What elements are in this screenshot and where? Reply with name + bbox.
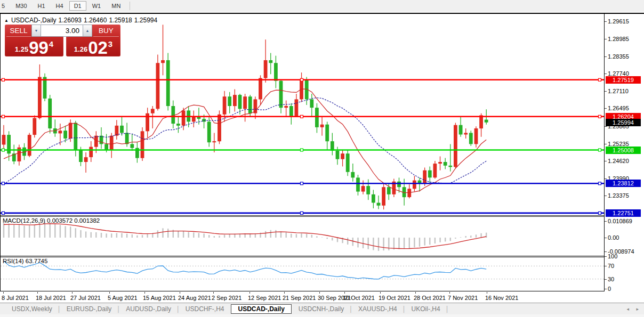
- rsi-canvas[interactable]: [1, 257, 604, 291]
- date-axis-tick: [344, 292, 345, 294]
- price-tag-1.25008: 1.25008: [606, 147, 641, 154]
- buy-price-prefix: 1.26: [74, 45, 87, 53]
- date-axis-tick: [72, 292, 73, 294]
- buy-price: 1.26023: [66, 38, 120, 56]
- price-axis[interactable]: 1.296151.289851.283551.277401.271101.264…: [605, 14, 644, 304]
- tab-separator: │: [117, 306, 120, 312]
- chevron-down-icon: ▼: [35, 29, 38, 32]
- macd-axis-label: 0.010869: [608, 218, 632, 224]
- date-axis-tick: [415, 292, 416, 294]
- price-tag-1.27519: 1.27519: [606, 76, 641, 84]
- macd-pane[interactable]: MACD(12,26,9) 0.003572 0.001382: [1, 217, 604, 256]
- date-axis-label: 18 Jul 2021: [36, 295, 66, 301]
- volume-stepper: ▼ 3.00 ▲: [31, 25, 92, 37]
- date-axis-tick: [284, 292, 285, 294]
- date-axis-label: 27 Jul 2021: [70, 295, 101, 301]
- price-axis-label: 1.28985: [608, 36, 629, 42]
- date-axis-label: 10 Oct 2021: [343, 295, 375, 301]
- date-axis-tick: [319, 292, 320, 294]
- price-tag-1.22751: 1.22751: [606, 209, 641, 217]
- timeframe-button-w1[interactable]: W1: [87, 1, 106, 11]
- date-axis-label: 5 Aug 2021: [108, 295, 138, 301]
- price-tag-1.25994: 1.25994: [606, 119, 641, 126]
- tab-usdchf-h4[interactable]: USDCHF-,H4: [180, 304, 230, 314]
- rsi-axis-label: 0: [608, 286, 611, 292]
- timeframe-button-mn[interactable]: MN: [107, 1, 125, 11]
- buy-price-pip: 3: [108, 39, 112, 48]
- date-axis-label: 15 Aug 2021: [143, 295, 176, 301]
- chart-window: ▲USDCAD-,Daily1.260931.264601.259181.259…: [0, 13, 644, 303]
- tab-scroll-right-icon[interactable]: ▸: [636, 306, 639, 312]
- date-axis-label: 28 Oct 2021: [414, 295, 446, 301]
- date-axis-label: 19 Oct 2021: [379, 295, 410, 301]
- price-axis-label: 1.29615: [608, 18, 629, 25]
- date-axis-label: 12 Sep 2021: [248, 295, 281, 301]
- date-axis-tick: [37, 292, 38, 294]
- tab-separator: │: [58, 306, 61, 312]
- tab-scroll-left-icon[interactable]: ◂: [626, 306, 629, 312]
- rsi-label: RSI(14) 63.7745: [3, 258, 47, 264]
- volume-input[interactable]: 3.00: [41, 25, 83, 37]
- buy-button[interactable]: BUY: [93, 25, 119, 37]
- chart-header: ▲USDCAD-,Daily1.260931.264601.259181.259…: [4, 17, 159, 24]
- tab-usdcnh-daily[interactable]: USDCNH-,Daily: [293, 304, 349, 314]
- tab-ukoil-h4[interactable]: UKOil-,H4: [406, 304, 446, 314]
- rsi-axis-label: 100: [608, 253, 617, 259]
- tab-separator: │: [349, 306, 353, 312]
- sell-price-prefix: 1.25: [15, 45, 28, 53]
- rsi-pane[interactable]: RSI(14) 63.7745: [1, 257, 604, 291]
- price-axis-label: 1.23375: [608, 192, 629, 199]
- tab-usdcad-daily[interactable]: USDCAD-,Daily: [231, 304, 291, 314]
- timeframe-button-5[interactable]: 5: [0, 1, 10, 11]
- macd-label: MACD(12,26,9) 0.003572 0.001382: [3, 217, 100, 224]
- timeframe-button-d1[interactable]: D1: [69, 1, 86, 11]
- chart-frame-bottom: [0, 291, 605, 291]
- collapse-arrow-icon[interactable]: ▲: [4, 18, 9, 23]
- ohlc-close: 1.25994: [134, 17, 157, 24]
- date-axis-tick: [380, 292, 381, 294]
- price-tag-1.23812: 1.23812: [606, 180, 641, 187]
- ohlc-low: 1.25918: [109, 17, 132, 24]
- chart-tab-bar: USDX,Weekly│EURUSD-,Daily│AUDUSD-,Daily│…: [0, 303, 644, 314]
- rsi-axis-label: 70: [608, 263, 614, 269]
- chevron-up-icon: ▲: [86, 29, 90, 32]
- date-axis-tick: [180, 292, 180, 294]
- chart-frame-left: [0, 14, 1, 291]
- date-axis-tick: [3, 292, 4, 294]
- volume-increase-button[interactable]: ▲: [83, 25, 92, 37]
- main-chart-pane[interactable]: ▲USDCAD-,Daily1.260931.264601.259181.259…: [1, 15, 604, 215]
- date-axis-tick: [249, 292, 250, 294]
- date-axis-label: 7 Nov 2021: [448, 295, 478, 301]
- tab-audusd-daily[interactable]: AUDUSD-,Daily: [120, 304, 176, 314]
- rsi-axis-label: 30: [608, 276, 614, 282]
- date-axis-tick: [109, 292, 110, 294]
- timeframe-button-h1[interactable]: H1: [33, 1, 50, 11]
- ohlc-high: 1.26460: [84, 17, 107, 24]
- date-axis-tick: [213, 292, 214, 294]
- tab-eurusd-daily[interactable]: EURUSD-,Daily: [61, 304, 117, 314]
- date-axis-tick: [449, 292, 450, 294]
- macd-axis-label: 0.00: [608, 234, 619, 241]
- date-axis-label: 21 Sep 2021: [283, 295, 316, 301]
- timeframe-button-m30[interactable]: M30: [11, 1, 31, 11]
- date-axis-tick: [144, 292, 145, 294]
- date-axis[interactable]: 8 Jul 202118 Jul 202127 Jul 20215 Aug 20…: [1, 292, 604, 304]
- price-axis-label: 1.28355: [608, 53, 629, 60]
- date-axis-label: 16 Nov 2021: [485, 295, 518, 301]
- timeframe-button-h4[interactable]: H4: [51, 1, 68, 11]
- sell-button[interactable]: SELL: [6, 25, 31, 37]
- tab-usdx-weekly[interactable]: USDX,Weekly: [6, 304, 58, 314]
- tab-separator: │: [176, 306, 180, 312]
- sell-price-main: 99: [29, 40, 49, 56]
- sell-price-pip: 4: [49, 39, 53, 48]
- status-strip: [0, 314, 644, 317]
- tab-xauusd-h4[interactable]: XAUUSD-,H4: [353, 304, 402, 314]
- tab-separator: │: [446, 306, 449, 312]
- volume-decrease-button[interactable]: ▼: [31, 25, 41, 37]
- buy-price-main: 02: [88, 40, 108, 56]
- date-axis-label: 2 Sep 2021: [212, 295, 241, 301]
- date-axis-label: 24 Aug 2021: [178, 295, 211, 301]
- date-axis-label: 8 Jul 2021: [2, 295, 29, 301]
- one-click-trade-panel: SELL 1.25994 BUY 1.26023 ▼ 3.00 ▲: [5, 25, 120, 56]
- chart-symbol: USDCAD-,Daily: [11, 17, 57, 24]
